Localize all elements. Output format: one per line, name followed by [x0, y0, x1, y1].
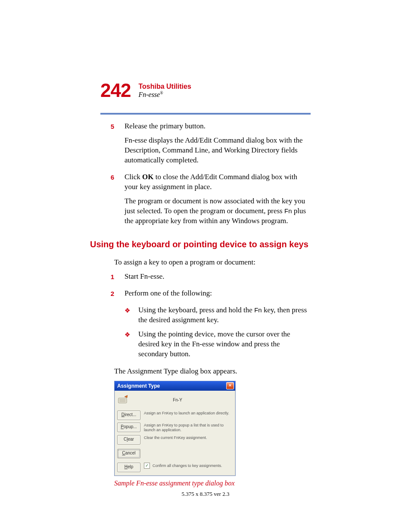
step-2b-text: Perform one of the following:	[125, 289, 311, 299]
step-body: Start Fn-esse.	[125, 272, 311, 286]
step-number: 6	[100, 172, 125, 230]
direct-desc: Assign an FnKey to launch an application…	[144, 411, 233, 416]
step-2b: 2 Perform one of the following:	[100, 289, 311, 303]
dialog-title: Assignment Type	[117, 383, 160, 389]
mnemonic: D	[121, 412, 125, 417]
page-number: 242	[100, 81, 131, 100]
clear-row: Clear Clear the current FnKey assignment…	[117, 435, 233, 445]
help-row: Help ✓ Confirm all changes to key assign…	[117, 463, 233, 472]
diamond-bullet-icon: ❖	[125, 330, 138, 359]
step-5-para: Fn-esse displays the Add/Edit Command di…	[125, 136, 311, 165]
dialog-figure: Assignment Type ×	[114, 381, 311, 476]
mnemonic: C	[122, 451, 125, 455]
dialog-titlebar: Assignment Type ×	[115, 381, 235, 391]
text: elp	[128, 464, 133, 469]
step-6-para: The program or document is now associate…	[125, 196, 311, 226]
fn-key-text: Fn	[284, 207, 292, 215]
keyboard-icon	[117, 394, 129, 406]
fnkey-label: Fn-Y	[134, 397, 233, 403]
bullet-body: Using the pointing device, move the curs…	[138, 330, 311, 359]
after-bullets-para: The Assignment Type dialog box appears.	[114, 367, 311, 376]
section-title: Fn-esse®	[138, 90, 191, 99]
text: Click	[125, 173, 142, 181]
step-5-line: Release the primary button.	[125, 121, 311, 131]
page-content: 5 Release the primary button. Fn-esse di…	[100, 121, 311, 488]
confirm-label: Confirm all changes to key assignments.	[153, 463, 222, 468]
empty-desc	[144, 449, 233, 449]
confirm-checkbox[interactable]: ✓	[144, 463, 150, 469]
text: Using the keyboard, press and hold the	[138, 306, 254, 314]
dialog-top-row: Fn-Y	[117, 392, 233, 408]
step-body: Perform one of the following:	[125, 289, 311, 303]
step-1b-text: Start Fn-esse.	[125, 272, 311, 282]
cancel-button[interactable]: Cancel	[117, 449, 140, 458]
step-5: 5 Release the primary button. Fn-esse di…	[100, 121, 311, 170]
page-footer: 5.375 x 8.375 ver 2.3	[0, 491, 411, 498]
text: irect...	[125, 412, 136, 417]
header-text-block: Toshiba Utilities Fn-esse®	[138, 81, 191, 99]
document-page: 242 Toshiba Utilities Fn-esse® 5 Release…	[0, 0, 411, 532]
assignment-type-dialog: Assignment Type ×	[114, 381, 236, 476]
clear-button[interactable]: Clear	[117, 435, 140, 445]
step-number: 2	[100, 289, 125, 303]
step-body: Release the primary button. Fn-esse disp…	[125, 121, 311, 170]
popup-row: Popup... Assign an FnKey to popup a list…	[117, 423, 233, 433]
step-6: 6 Click OK to close the Add/Edit Command…	[100, 172, 311, 230]
page-header: 242 Toshiba Utilities Fn-esse®	[100, 81, 191, 100]
step-body: Click OK to close the Add/Edit Command d…	[125, 172, 311, 230]
figure-caption: Sample Fn-esse assignment type dialog bo…	[114, 479, 311, 488]
cancel-row: Cancel	[117, 449, 233, 458]
bullet-body: Using the keyboard, press and hold the F…	[138, 305, 311, 325]
popup-desc: Assign an FnKey to popup a list that is …	[144, 423, 233, 433]
close-button[interactable]: ×	[226, 382, 234, 389]
confirm-check-row: ✓ Confirm all changes to key assignments…	[144, 463, 233, 469]
text: ear	[128, 437, 134, 442]
header-rule	[100, 113, 311, 115]
text: opup...	[124, 424, 137, 429]
step-number: 5	[100, 121, 125, 170]
dialog-body: Fn-Y Direct... Assign an FnKey to launch…	[115, 391, 235, 476]
help-button[interactable]: Help	[117, 463, 140, 472]
direct-button[interactable]: Direct...	[117, 411, 140, 420]
step-1b: 1 Start Fn-esse.	[100, 272, 311, 286]
bullet-1: ❖ Using the keyboard, press and hold the…	[125, 305, 311, 325]
step-6-line: Click OK to close the Add/Edit Command d…	[125, 172, 311, 192]
clear-desc: Clear the current FnKey assignment.	[144, 435, 233, 440]
fn-key-text: Fn	[254, 306, 262, 314]
section-name: Fn-esse	[138, 91, 160, 98]
diamond-bullet-icon: ❖	[125, 305, 138, 325]
text: ancel	[125, 451, 136, 455]
direct-row: Direct... Assign an FnKey to launch an a…	[117, 411, 233, 420]
bullet-2: ❖ Using the pointing device, move the cu…	[125, 330, 311, 359]
intro-paragraph: To assign a key to open a program or doc…	[114, 258, 311, 268]
mnemonic: H	[125, 464, 128, 469]
registered-mark: ®	[160, 90, 163, 95]
popup-button[interactable]: Popup...	[117, 423, 140, 432]
ok-bold: OK	[142, 173, 153, 181]
text: The program or document is now associate…	[125, 197, 305, 215]
subheading: Using the keyboard or pointing device to…	[90, 239, 311, 250]
chapter-title: Toshiba Utilities	[138, 83, 191, 90]
step-number: 1	[100, 272, 125, 286]
